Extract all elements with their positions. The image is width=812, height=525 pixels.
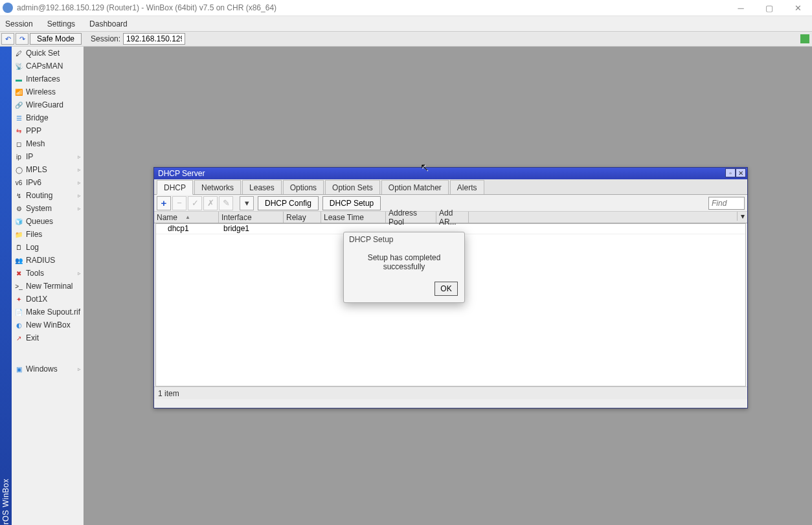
- remove-button[interactable]: −: [172, 196, 186, 210]
- sidebar-item-new-winbox[interactable]: ◐New WinBox: [12, 318, 84, 331]
- menu-session[interactable]: Session: [3, 18, 36, 30]
- sort-asc-icon: ▲: [185, 214, 190, 220]
- tab-option-sets[interactable]: Option Sets: [325, 180, 380, 194]
- sidebar-item-label: PPP: [26, 126, 41, 135]
- sidebar-item-radius[interactable]: 👥RADIUS: [12, 254, 84, 267]
- sidebar-item-tools[interactable]: ✖Tools▹: [12, 267, 84, 280]
- close-button[interactable]: ✕: [784, 0, 812, 16]
- find-input[interactable]: [708, 197, 745, 210]
- sidebar-item-label: Queues: [26, 217, 53, 226]
- column-add-ar-[interactable]: Add AR...: [436, 212, 469, 223]
- sidebar-item-files[interactable]: 📁Files: [12, 228, 84, 241]
- sidebar-item-label: Files: [26, 230, 42, 239]
- log-icon: 🗒: [14, 243, 23, 252]
- columns-dropdown-button[interactable]: ▾: [737, 212, 747, 221]
- sidebar-item-quick-set[interactable]: 🖊Quick Set: [12, 47, 84, 60]
- interfaces-icon: ▬: [14, 74, 23, 84]
- mdi-area: DHCP Server ▫ ✕ DHCPNetworksLeasesOption…: [84, 47, 812, 525]
- window-titlebar: admin@192.168.150.129 (Router1) - WinBox…: [0, 0, 812, 16]
- sidebar-item-make-supout-rif[interactable]: 📄Make Supout.rif: [12, 306, 84, 318]
- wireguard-icon: 🔗: [14, 100, 23, 109]
- sidebar-item-ip[interactable]: ipIP▹: [12, 150, 84, 163]
- sidebar-item-label: Quick Set: [26, 49, 60, 58]
- submenu-caret-icon: ▹: [78, 153, 81, 160]
- sidebar-item-label: CAPsMAN: [26, 61, 63, 71]
- sidebar-item-wireguard[interactable]: 🔗WireGuard: [12, 98, 84, 111]
- tab-options[interactable]: Options: [283, 180, 324, 194]
- filter-button[interactable]: ▾: [240, 196, 254, 210]
- column-interface[interactable]: Interface: [219, 212, 284, 223]
- sidebar-item-wireless[interactable]: 📶Wireless: [12, 85, 84, 98]
- dhcp-window-minmax-button[interactable]: ▫: [725, 168, 736, 177]
- sidebar-item-interfaces[interactable]: ▬Interfaces: [12, 73, 84, 85]
- add-button[interactable]: +: [157, 196, 171, 210]
- menu-settings[interactable]: Settings: [45, 18, 78, 30]
- radius-icon: 👥: [14, 256, 23, 265]
- tab-option-matcher[interactable]: Option Matcher: [381, 180, 449, 194]
- submenu-caret-icon: ▹: [78, 366, 81, 372]
- session-label: Session:: [91, 34, 120, 43]
- column-relay[interactable]: Relay: [284, 212, 321, 223]
- enable-button[interactable]: ✓: [188, 196, 202, 210]
- comment-button[interactable]: ✎: [219, 196, 233, 210]
- mesh-icon: ◻: [14, 139, 23, 148]
- dialog-title[interactable]: DHCP Setup: [344, 232, 464, 247]
- dot1x-icon: ✦: [14, 295, 23, 304]
- column-name[interactable]: Name▲: [154, 212, 219, 223]
- sidebar-item-capsman[interactable]: 📡CAPsMAN: [12, 60, 84, 73]
- sidebar-item-ipv6[interactable]: v6IPv6▹: [12, 176, 84, 189]
- tab-dhcp[interactable]: DHCP: [157, 180, 193, 195]
- sidebar-item-new-terminal[interactable]: >_New Terminal: [12, 280, 84, 293]
- redo-button[interactable]: ↷: [16, 33, 28, 45]
- status-text: 1 item: [158, 389, 179, 398]
- session-input[interactable]: [123, 33, 185, 45]
- sidebar-item-queues[interactable]: 🧊Queues: [12, 215, 84, 228]
- tab-leases[interactable]: Leases: [242, 180, 282, 194]
- dhcp-config-button[interactable]: DHCP Config: [258, 196, 319, 210]
- sidebar-item-label: Log: [26, 243, 39, 252]
- column-lease-time[interactable]: Lease Time: [321, 212, 386, 223]
- sidebar-item-ppp[interactable]: ⇆PPP: [12, 124, 84, 137]
- tab-networks[interactable]: Networks: [194, 180, 241, 194]
- files-icon: 📁: [14, 230, 23, 239]
- sidebar-item-label: IPv6: [26, 178, 41, 187]
- dialog-ok-button[interactable]: OK: [434, 282, 458, 296]
- dhcp-setup-button[interactable]: DHCP Setup: [322, 196, 381, 210]
- sidebar-item-label: Tools: [26, 269, 44, 278]
- sidebar-item-system[interactable]: ⚙System▹: [12, 202, 84, 215]
- dhcp-statusbar: 1 item: [154, 386, 747, 399]
- sidebar-item-label: Wireless: [26, 87, 56, 96]
- maximize-button[interactable]: ▢: [755, 0, 784, 16]
- sidebar-item-log[interactable]: 🗒Log: [12, 241, 84, 254]
- sidebar-item-exit[interactable]: ↗Exit: [12, 331, 84, 344]
- sidebar-item-dot1x[interactable]: ✦Dot1X: [12, 293, 84, 306]
- sidebar-item-label: Windows: [26, 364, 58, 374]
- mpls-icon: ◯: [14, 165, 23, 174]
- sidebar-item-routing[interactable]: ↯Routing▹: [12, 189, 84, 202]
- tab-alerts[interactable]: Alerts: [450, 180, 484, 194]
- capsman-icon: 📡: [14, 61, 23, 71]
- cell-interface: bridge1: [221, 224, 286, 234]
- sidebar-item-bridge[interactable]: ☰Bridge: [12, 111, 84, 124]
- sidebar-item-label: New Terminal: [26, 282, 73, 291]
- submenu-caret-icon: ▹: [78, 166, 81, 173]
- dialog-message: Setup has completed successfully: [344, 247, 464, 278]
- dhcp-window-titlebar[interactable]: DHCP Server ▫ ✕: [154, 168, 747, 179]
- minimize-button[interactable]: ─: [727, 0, 755, 16]
- new-terminal-icon: >_: [14, 282, 23, 291]
- undo-button[interactable]: ↶: [1, 33, 14, 45]
- safe-mode-button[interactable]: Safe Mode: [30, 33, 82, 45]
- submenu-caret-icon: ▹: [78, 179, 81, 186]
- sidebar-item-mesh[interactable]: ◻Mesh: [12, 137, 84, 150]
- sidebar-item-windows[interactable]: ▣Windows▹: [12, 363, 84, 375]
- column-address-pool[interactable]: Address Pool: [386, 212, 436, 223]
- sidebar-item-label: System: [26, 204, 52, 213]
- windows-icon: ▣: [14, 364, 23, 374]
- ipv6-icon: v6: [14, 178, 23, 187]
- sidebar-item-label: Routing: [26, 191, 52, 200]
- menu-dashboard[interactable]: Dashboard: [87, 18, 130, 30]
- disable-button[interactable]: ✗: [203, 196, 218, 210]
- dhcp-window-close-button[interactable]: ✕: [736, 168, 746, 177]
- sidebar-item-label: Bridge: [26, 113, 49, 122]
- sidebar-item-mpls[interactable]: ◯MPLS▹: [12, 163, 84, 176]
